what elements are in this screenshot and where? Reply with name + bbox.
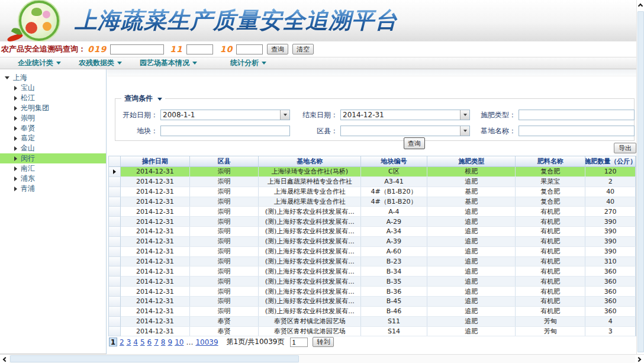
row-selector-cell[interactable] xyxy=(109,227,121,237)
table-row[interactable]: 2014-12-31奉贤奉贤区青村镇北港园艺场S14追肥芳甸3 xyxy=(109,327,636,337)
start-date-combo[interactable]: 2008-1-1 xyxy=(160,110,290,120)
export-button[interactable]: 导出 xyxy=(614,143,636,153)
scroll-left-icon[interactable] xyxy=(0,355,9,363)
row-selector-cell[interactable] xyxy=(109,297,121,307)
row-selector-cell[interactable] xyxy=(109,177,121,187)
row-selector-cell[interactable] xyxy=(109,187,121,197)
horizontal-scrollbar[interactable] xyxy=(0,354,644,363)
row-selector-cell[interactable] xyxy=(109,207,121,217)
sidebar-item[interactable]: 宝山 xyxy=(0,83,106,93)
end-date-combo[interactable]: 2014-12-31 xyxy=(340,110,470,120)
tree-collapsed-icon[interactable] xyxy=(14,166,17,171)
tree-collapsed-icon[interactable] xyxy=(14,96,17,101)
row-selector-cell[interactable] xyxy=(109,197,121,207)
table-row[interactable]: 2014-12-31崇明(测)上海好客农业科技发展有...B-45追肥有机肥36… xyxy=(109,297,636,307)
tree-expanded-icon[interactable] xyxy=(5,76,9,79)
row-selector-cell[interactable] xyxy=(109,317,121,327)
last-page-link[interactable]: 10039 xyxy=(195,338,218,346)
sidebar-item[interactable]: 浦东 xyxy=(0,174,106,184)
chevron-down-icon[interactable] xyxy=(280,110,289,120)
table-row[interactable]: 2014-12-31崇明(测)上海好客农业科技发展有...B-46追肥有机肥36… xyxy=(109,307,636,317)
vertical-scrollbar[interactable] xyxy=(636,0,644,354)
page-link[interactable]: 5 xyxy=(140,338,145,346)
table-row[interactable]: 2014-12-31崇明(测)上海好客农业科技发展有...A-60追肥有机肥39… xyxy=(109,247,636,257)
row-selector-cell[interactable] xyxy=(109,266,121,277)
row-selector-cell[interactable] xyxy=(109,257,121,267)
table-row[interactable]: 2014-12-31崇明(测)上海好客农业科技发展有...A-34追肥有机肥39… xyxy=(109,227,636,237)
sidebar-item[interactable]: 光明集团 xyxy=(0,103,106,113)
scroll-up-icon[interactable] xyxy=(637,0,644,10)
plot-input[interactable] xyxy=(160,126,290,136)
table-row[interactable]: 2014-12-31崇明上海绿琦专业合作社(马桥)C区根肥复合肥120 xyxy=(109,167,636,177)
base-name-input[interactable] xyxy=(519,126,635,136)
trace-query-button[interactable]: 查询 xyxy=(267,44,288,54)
trace-code-input-3[interactable] xyxy=(236,44,263,54)
row-selector-cell[interactable] xyxy=(109,277,121,287)
scroll-right-icon[interactable] xyxy=(635,355,644,363)
vertical-scrollbar-thumb[interactable] xyxy=(637,11,644,352)
row-selector-cell[interactable] xyxy=(109,287,121,297)
menu-item-4[interactable]: 统计分析 xyxy=(230,58,266,68)
table-row[interactable]: 2014-12-31崇明(测)上海好客农业科技发展有...B-34追肥有机肥36… xyxy=(109,266,636,277)
table-row[interactable]: 2014-12-31崇明(测)上海好客农业科技发展有...B-23追肥有机肥31… xyxy=(109,257,636,267)
sidebar-item[interactable]: 金山 xyxy=(0,143,106,153)
sidebar-item[interactable]: 松江 xyxy=(0,93,106,103)
tree-root-item[interactable]: 上海 xyxy=(0,73,106,83)
filter-search-button[interactable]: 查询 xyxy=(404,137,425,149)
table-row[interactable]: 2014-12-31崇明(测)上海好客农业科技发展有...B-36追肥有机肥36… xyxy=(109,287,636,297)
row-selector-cell[interactable] xyxy=(109,217,121,227)
tree-collapsed-icon[interactable] xyxy=(14,187,17,191)
table-row[interactable]: 2014-12-31崇明上海日鑫蔬菜种植专业合作社A3-41追肥果菜宝2 xyxy=(109,177,636,187)
menu-item-1[interactable]: 企业统计类 xyxy=(18,58,61,68)
row-selector-cell[interactable] xyxy=(109,247,121,257)
table-row[interactable]: 2014-12-31崇明上海晟桤果蔬专业合作社4#（B1-B20）基肥复合肥40 xyxy=(109,187,636,197)
tree-collapsed-icon[interactable] xyxy=(14,176,17,181)
chevron-down-icon[interactable] xyxy=(460,126,469,136)
table-row[interactable]: 2014-12-31崇明(测)上海好客农业科技发展有...A-39追肥有机肥39… xyxy=(109,237,636,247)
table-row[interactable]: 2014-12-31崇明(测)上海好客农业科技发展有...A-4追肥有机肥270 xyxy=(109,207,636,217)
sidebar-item[interactable]: 嘉定 xyxy=(0,133,106,143)
sidebar-item[interactable]: 南汇 xyxy=(0,163,106,174)
tree-collapsed-icon[interactable] xyxy=(14,136,17,141)
goto-page-button[interactable]: 转到 xyxy=(313,337,334,347)
trace-code-input-2[interactable] xyxy=(186,44,213,54)
menu-item-2[interactable]: 农残数据类 xyxy=(79,58,122,68)
row-selector-cell[interactable] xyxy=(109,327,121,337)
row-selector-cell[interactable] xyxy=(109,167,121,177)
trace-clear-button[interactable]: 清空 xyxy=(292,44,314,54)
sidebar-item[interactable]: 崇明 xyxy=(0,113,106,123)
trace-code-input-1[interactable] xyxy=(110,44,164,54)
menu-item-3[interactable]: 园艺场基本情况 xyxy=(140,58,197,68)
sidebar-item[interactable]: 闵行 xyxy=(0,153,106,163)
collapse-icon[interactable] xyxy=(157,98,162,101)
table-row[interactable]: 2014-12-31奉贤奉贤区青村镇北港园艺场S11追肥芳甸4 xyxy=(109,317,636,327)
tree-collapsed-icon[interactable] xyxy=(14,106,17,111)
horizontal-scrollbar-thumb[interactable] xyxy=(10,355,299,362)
goto-page-input[interactable] xyxy=(290,338,308,347)
tree-collapsed-icon[interactable] xyxy=(14,146,17,151)
sidebar-item[interactable]: 奉贤 xyxy=(0,123,106,133)
page-link[interactable]: 10 xyxy=(175,338,183,346)
page-link[interactable]: 2 xyxy=(120,338,124,346)
tree-collapsed-icon[interactable] xyxy=(14,86,17,91)
table-cell: 有机肥 xyxy=(516,247,585,256)
tree-collapsed-icon[interactable] xyxy=(14,116,17,121)
row-selector-cell[interactable] xyxy=(109,307,121,317)
sidebar-item[interactable]: 青浦 xyxy=(0,184,106,194)
tree-collapsed-icon[interactable] xyxy=(14,156,17,161)
table-cell: A-29 xyxy=(361,217,427,226)
page-link[interactable]: 3 xyxy=(127,338,131,346)
row-selector-cell[interactable] xyxy=(109,237,121,247)
table-row[interactable]: 2014-12-31崇明(测)上海好客农业科技发展有...B-35追肥有机肥36… xyxy=(109,277,636,287)
page-link[interactable]: 9 xyxy=(168,338,172,346)
district-combo[interactable] xyxy=(340,126,470,136)
page-link[interactable]: 6 xyxy=(147,338,152,346)
page-link[interactable]: 8 xyxy=(161,338,166,346)
chevron-down-icon[interactable] xyxy=(460,110,469,120)
table-row[interactable]: 2014-12-31崇明上海晟桤果蔬专业合作社4#（B1-B20）基肥复合肥40 xyxy=(109,197,636,207)
page-link[interactable]: 4 xyxy=(133,338,138,346)
fertilize-type-input[interactable] xyxy=(519,110,635,120)
tree-collapsed-icon[interactable] xyxy=(14,126,17,131)
page-link[interactable]: 7 xyxy=(154,338,159,346)
table-row[interactable]: 2014-12-31崇明(测)上海好客农业科技发展有...A-29追肥有机肥39… xyxy=(109,217,636,227)
